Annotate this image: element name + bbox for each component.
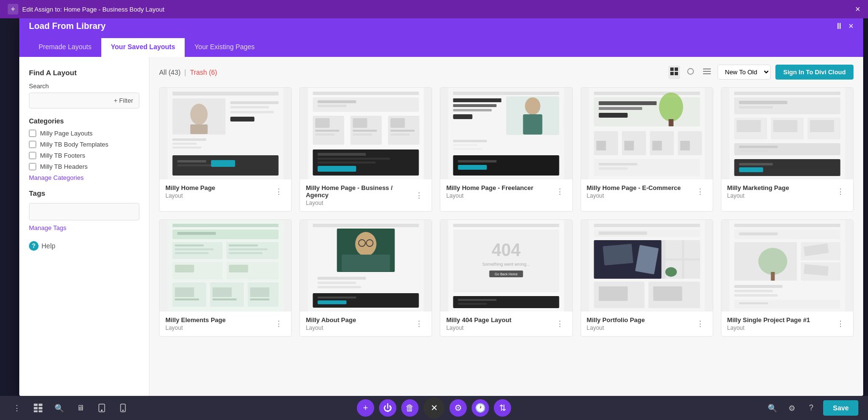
card-name: Milly Home Page - Business / Agency: [306, 184, 412, 199]
svg-rect-82: [734, 97, 840, 114]
layout-card-milly-portfolio[interactable]: Milly Portfolio Page Layout ⋮: [581, 219, 713, 337]
card-menu-button[interactable]: ⋮: [412, 190, 426, 201]
dots-menu-button[interactable]: ⋮: [10, 401, 24, 415]
svg-point-158: [665, 267, 677, 277]
gear-button[interactable]: ⚙: [785, 401, 799, 415]
svg-rect-74: [624, 141, 634, 150]
trash-button[interactable]: 🗑: [401, 399, 419, 417]
layout-toggle-button[interactable]: ⇅: [494, 399, 511, 417]
top-bar-close-button[interactable]: ×: [855, 4, 860, 14]
tab-premade[interactable]: Premade Layouts: [29, 38, 101, 57]
card-menu-button[interactable]: ⋮: [553, 318, 567, 329]
add-element-button[interactable]: +: [357, 399, 374, 417]
category-milly-page-checkbox[interactable]: [29, 130, 36, 137]
svg-rect-129: [342, 255, 390, 271]
settings-button[interactable]: ⚙: [449, 399, 467, 417]
svg-rect-95: [739, 163, 773, 165]
close-button[interactable]: ✕: [423, 397, 445, 419]
card-menu-button[interactable]: ⋮: [553, 186, 567, 197]
trash-filter[interactable]: Trash (6): [190, 68, 217, 76]
power-button[interactable]: ⏻: [379, 399, 396, 417]
card-meta: Milly Marketing Page Layout: [727, 184, 834, 199]
filter-view-button[interactable]: [685, 66, 696, 79]
svg-rect-65: [668, 119, 673, 126]
card-type: Layout: [727, 192, 834, 199]
svg-rect-60: [458, 165, 487, 170]
svg-rect-42: [318, 153, 366, 156]
grid-area: All (43) | Trash (6): [149, 57, 863, 396]
card-menu-button[interactable]: ⋮: [693, 318, 707, 329]
layout-card-milly-home[interactable]: Milly Home Page Layout ⋮: [159, 87, 292, 212]
help-button[interactable]: ?: [804, 401, 818, 415]
filter-button[interactable]: + Filter: [114, 97, 133, 104]
svg-rect-132: [318, 286, 361, 288]
card-menu-button[interactable]: ⋮: [412, 318, 426, 329]
zoom-button[interactable]: 🔍: [765, 401, 780, 415]
layout-card-milly-elements[interactable]: Milly Elements Page Layout ⋮: [159, 219, 292, 337]
svg-rect-52: [453, 104, 497, 107]
modal-pause-button[interactable]: ⏸: [835, 21, 843, 31]
svg-rect-51: [453, 98, 502, 102]
card-menu-button[interactable]: ⋮: [272, 318, 285, 329]
manage-categories-link[interactable]: Manage Categories: [29, 174, 139, 181]
layout-card-milly-ecommerce[interactable]: Milly Home Page - E-Commerce Layout ⋮: [581, 87, 713, 212]
modal-close-button[interactable]: ×: [848, 21, 854, 31]
tags-input[interactable]: [29, 203, 139, 220]
card-meta: Milly Home Page Layout: [165, 184, 272, 199]
svg-rect-112: [229, 265, 248, 272]
top-bar: + Edit Assign to: Home Page - Business B…: [0, 0, 868, 18]
card-menu-button[interactable]: ⋮: [834, 186, 847, 197]
history-button[interactable]: 🕐: [472, 399, 489, 417]
sort-select[interactable]: New To Old Old To New A to Z Z to A: [718, 65, 771, 80]
save-button[interactable]: Save: [823, 400, 858, 416]
search-box: + Filter: [29, 93, 139, 108]
divi-cloud-button[interactable]: Sign In To Divi Cloud: [775, 65, 854, 80]
svg-rect-36: [353, 130, 377, 132]
desktop-view-button[interactable]: 🖥: [73, 401, 88, 415]
mobile-view-button[interactable]: [116, 401, 130, 415]
svg-rect-6: [703, 71, 711, 72]
svg-rect-174: [734, 285, 782, 288]
plus-button[interactable]: +: [8, 4, 18, 14]
tab-saved[interactable]: Your Saved Layouts: [101, 38, 185, 57]
svg-rect-59: [458, 160, 497, 163]
card-menu-button[interactable]: ⋮: [834, 318, 847, 329]
svg-rect-152: [603, 244, 633, 265]
search-tool-button[interactable]: 🔍: [52, 401, 67, 415]
grid-layout-button[interactable]: [31, 401, 45, 415]
category-milly-tb-footers-checkbox[interactable]: [29, 152, 36, 159]
layout-card-milly-freelancer[interactable]: Milly Home Page - Freelancer Layout ⋮: [440, 87, 572, 212]
layout-card-milly-marketing[interactable]: Milly Marketing Page Layout ⋮: [721, 87, 854, 212]
modal: Load From Library ⏸ × Premade Layouts Yo…: [19, 14, 863, 396]
card-thumbnail-milly-portfolio: [581, 220, 713, 312]
svg-rect-131: [318, 282, 356, 284]
layout-card-milly-business[interactable]: Milly Home Page - Business / Agency Layo…: [299, 87, 432, 212]
card-menu-button[interactable]: ⋮: [272, 186, 285, 197]
card-meta: Milly Home Page - E-Commerce Layout: [587, 184, 693, 199]
svg-rect-67: [598, 107, 642, 110]
svg-rect-45: [318, 166, 356, 172]
svg-rect-157: [684, 260, 700, 279]
tab-existing[interactable]: Your Existing Pages: [185, 38, 264, 57]
svg-rect-68: [598, 113, 627, 118]
svg-rect-135: [318, 300, 347, 304]
svg-text:Go Back Home: Go Back Home: [495, 272, 518, 276]
card-meta: Milly Portfolio Page Layout: [587, 316, 693, 331]
svg-rect-32: [315, 118, 330, 128]
manage-tags-link[interactable]: Manage Tags: [29, 224, 139, 231]
all-count[interactable]: All (43): [159, 68, 180, 76]
card-menu-button[interactable]: ⋮: [693, 186, 707, 197]
layout-card-milly-single-project[interactable]: Milly Single Project Page #1 Layout ⋮: [721, 219, 854, 337]
svg-rect-13: [231, 101, 279, 104]
list-view-button[interactable]: [701, 66, 713, 79]
layout-card-milly-about[interactable]: Milly About Page Layout ⋮: [299, 219, 432, 337]
card-name: Milly Home Page - Freelancer: [446, 184, 553, 191]
layout-card-milly-404[interactable]: 404 Something went wrong... Go Back Home: [440, 219, 572, 337]
category-milly-tb-headers-checkbox[interactable]: [29, 163, 36, 170]
grid-view-button[interactable]: [668, 66, 680, 79]
svg-rect-53: [453, 109, 492, 111]
svg-rect-184: [39, 410, 42, 412]
category-milly-tb-body-checkbox[interactable]: [29, 141, 36, 148]
card-name: Milly Home Page - E-Commerce: [587, 184, 693, 191]
tablet-view-button[interactable]: [95, 401, 109, 415]
